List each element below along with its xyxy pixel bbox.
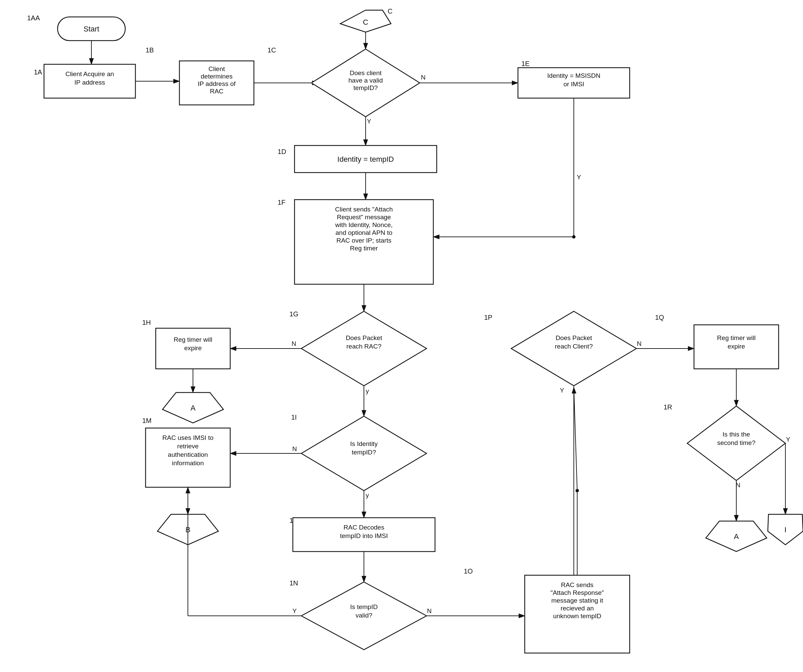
ref-1q: 1Q	[655, 314, 664, 321]
node-1o-line4: recieved an	[561, 605, 594, 612]
node-1f-line6: Reg timer	[350, 245, 378, 252]
connector-a2: A	[734, 532, 739, 541]
ref-1r: 1R	[663, 403, 672, 411]
start-label: Start	[84, 25, 99, 33]
node-1i-line2: tempID?	[352, 449, 376, 456]
ref-1o: 1O	[464, 567, 473, 575]
node-1c-line3: tempID?	[353, 84, 378, 91]
label-n-1p: N	[637, 340, 642, 347]
node-1p-line2: reach Client?	[555, 343, 593, 350]
node-1p-line1: Does Packet	[556, 334, 592, 341]
label-n-1n: N	[427, 607, 432, 615]
ref-1c: 1C	[267, 46, 276, 54]
ref-1i: 1I	[291, 414, 297, 421]
ref-1e: 1E	[521, 60, 530, 67]
node-1h-line1: Reg timer will	[174, 336, 212, 343]
node-1o-line2: "Attach Response"	[551, 589, 604, 596]
label-n-1i: N	[292, 445, 297, 453]
node-1b-line3: IP address of	[198, 80, 236, 87]
label-y-1n: Y	[293, 607, 297, 615]
ref-1a: 1A	[34, 68, 42, 76]
node-1f-line1: Client sends "Attach	[335, 206, 393, 213]
node-1m-line1: RAC uses IMSI to	[163, 434, 214, 441]
node-1n-line1: Is tempID	[350, 603, 377, 610]
label-y-1c: Y	[367, 118, 371, 125]
ref-1f: 1F	[278, 199, 285, 206]
node-1o-line1: RAC sends	[561, 581, 593, 588]
node-1h-line2: expire	[184, 344, 202, 352]
node-1o-line5: unknown tempID	[553, 612, 601, 620]
svg-point-51	[575, 489, 579, 492]
node-1r-line1: Is this the	[722, 431, 750, 438]
node-1f-line4: and optional APN to	[335, 229, 392, 236]
connector-a1: A	[190, 404, 196, 412]
connector-c: C	[363, 18, 368, 26]
node-1q-line1: Reg timer will	[717, 334, 756, 341]
node-1m-line3: authentication	[168, 451, 208, 458]
ref-1aa: 1AA	[27, 14, 40, 22]
node-1b-line1: Client	[208, 65, 225, 72]
node-1m-line2: retrieve	[177, 443, 198, 450]
node-1a-line1: Client Acquire an	[65, 70, 114, 78]
node-1g-line1: Does Packet	[346, 334, 382, 341]
ref-1h: 1H	[142, 319, 151, 326]
node-1f-line2: Request" message	[337, 214, 391, 221]
node-1i-line1: Is Identity	[350, 440, 378, 447]
node-1l-line2: tempID into IMSI	[340, 532, 388, 539]
node-1c-line1: Does client	[350, 69, 382, 76]
node-1e-line1: Identity = MSISDN	[548, 72, 601, 79]
node-1e-line2: or IMSI	[563, 81, 584, 88]
ref-1g: 1G	[289, 310, 299, 318]
ref-1b: 1B	[146, 46, 154, 54]
ref-1n: 1N	[289, 579, 298, 587]
node-1b-line2: determines	[201, 73, 232, 80]
label-y-1g: y	[366, 388, 369, 394]
connector-i: I	[784, 526, 787, 534]
ref-1m: 1M	[142, 417, 152, 424]
ref-1p: 1P	[484, 314, 492, 321]
node-1d: Identity = tempID	[338, 155, 394, 164]
node-1c-line2: have a valid	[348, 77, 382, 84]
svg-line-40	[574, 388, 577, 491]
node-1a-line2: IP address	[75, 79, 105, 86]
node-1m-line4: information	[172, 459, 204, 467]
ref-1d: 1D	[278, 148, 286, 155]
node-1g-line2: reach RAC?	[346, 343, 382, 350]
flowchart-diagram: Start 1AA 1A Client Acquire an IP addres…	[0, 0, 803, 672]
node-1n-line2: valid?	[356, 612, 372, 619]
node-1q-line2: expire	[728, 343, 745, 350]
node-1f-line3: with Identity, Nonce,	[335, 221, 393, 229]
label-n-1g: N	[291, 340, 296, 347]
node-1l-line1: RAC Decodes	[344, 524, 384, 531]
ref-c: C	[388, 7, 392, 15]
label-y-1e: Y	[577, 174, 581, 181]
node-1o-line3: message stating it	[551, 597, 603, 604]
label-y-1i: y	[366, 492, 369, 499]
node-1f-line5: RAC over IP; starts	[336, 237, 392, 244]
label-y-1p: Y	[560, 387, 564, 394]
svg-point-50	[572, 235, 575, 239]
node-1r-line2: second time?	[717, 439, 755, 446]
label-y-1r: Y	[786, 436, 790, 443]
node-1b-line4: RAC	[210, 88, 223, 95]
label-n-1c: N	[421, 74, 426, 81]
